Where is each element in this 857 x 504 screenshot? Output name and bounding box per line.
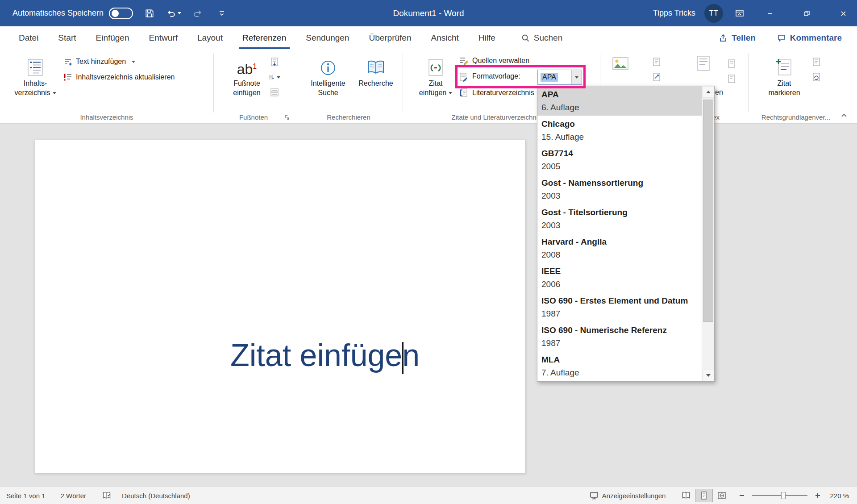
insert-table-of-authorities-button[interactable] bbox=[811, 56, 822, 68]
scroll-up-button[interactable] bbox=[702, 86, 714, 98]
bibliography-style-dropdown-button[interactable] bbox=[571, 70, 582, 84]
cross-reference-button[interactable] bbox=[651, 71, 662, 83]
undo-button[interactable] bbox=[166, 4, 181, 22]
share-button[interactable]: Teilen bbox=[719, 33, 756, 43]
display-settings-button[interactable]: Anzeigeeinstellungen bbox=[590, 491, 666, 500]
style-option-gost-titelsortierung[interactable]: Gost - Titelsortierung 2003 bbox=[537, 204, 702, 233]
redo-button[interactable] bbox=[190, 4, 205, 22]
style-option-gost-namenssortierung[interactable]: Gost - Namenssortierung 2003 bbox=[537, 175, 702, 204]
customize-quick-access-button[interactable] bbox=[214, 4, 229, 22]
scroll-down-button[interactable] bbox=[702, 370, 714, 381]
style-option-gb7714[interactable]: GB7714 2005 bbox=[537, 145, 702, 175]
bibliography-label: Literaturverzeichnis bbox=[472, 89, 534, 97]
undo-icon bbox=[166, 8, 176, 19]
insert-endnote-button[interactable] bbox=[269, 56, 280, 68]
web-layout-button[interactable] bbox=[713, 489, 731, 502]
search-box[interactable]: Suchen bbox=[521, 26, 562, 49]
update-index-button[interactable] bbox=[726, 73, 737, 85]
bibliography-icon bbox=[459, 88, 469, 98]
tab-layout[interactable]: Layout bbox=[187, 26, 233, 49]
word-count-status[interactable]: 2 Wörter bbox=[61, 492, 87, 500]
tab-ueberpruefen[interactable]: Überprüfen bbox=[359, 26, 421, 49]
insert-table-of-figures-button[interactable] bbox=[651, 56, 662, 68]
word-window: Automatisches Speichern Dokument1 - Word… bbox=[0, 0, 857, 504]
style-option-iso690-numerisch[interactable]: ISO 690 - Numerische Referenz 1987 bbox=[537, 322, 702, 351]
style-name: Harvard - Anglia bbox=[541, 235, 702, 249]
style-option-harvard-anglia[interactable]: Harvard - Anglia 2008 bbox=[537, 233, 702, 263]
style-option-ieee[interactable]: IEEE 2006 bbox=[537, 263, 702, 292]
proofing-status-button[interactable] bbox=[102, 491, 111, 500]
scroll-thumb[interactable] bbox=[703, 100, 713, 322]
zoom-in-button[interactable] bbox=[811, 489, 824, 502]
minimize-icon bbox=[766, 10, 774, 17]
document-page[interactable]: Zitat einfügen bbox=[35, 140, 526, 473]
tab-referenzen[interactable]: Referenzen bbox=[233, 26, 296, 49]
insert-endnote-icon bbox=[270, 57, 279, 67]
user-name[interactable]: Tipps Tricks bbox=[653, 8, 695, 18]
collapse-ribbon-button[interactable] bbox=[840, 112, 848, 120]
insert-table-of-authorities-icon bbox=[811, 57, 821, 67]
minimize-button[interactable] bbox=[756, 0, 784, 26]
page-number-status[interactable]: Seite 1 von 1 bbox=[6, 492, 46, 500]
scroll-track[interactable] bbox=[702, 98, 714, 370]
add-text-button[interactable]: Text hinzufügen bbox=[63, 55, 135, 68]
update-toc-button[interactable]: Inhaltsverzeichnis aktualisieren bbox=[63, 71, 175, 83]
avatar[interactable]: TT bbox=[704, 4, 723, 23]
language-status[interactable]: Deutsch (Deutschland) bbox=[122, 492, 190, 500]
ribbon: Inhalts- verzeichnis Text hinzufügen Inh… bbox=[0, 49, 857, 124]
insert-index-button[interactable] bbox=[695, 54, 712, 72]
mark-citation-button[interactable]: Zitat markieren bbox=[764, 53, 804, 97]
insert-citation-button[interactable]: Zitat einfügen bbox=[413, 53, 458, 97]
tab-hilfe[interactable]: Hilfe bbox=[469, 26, 505, 49]
print-layout-button[interactable] bbox=[695, 489, 713, 502]
bibliography-style-value[interactable]: APA bbox=[538, 70, 571, 84]
footnotes-dialog-launcher[interactable] bbox=[283, 113, 291, 121]
zoom-slider-thumb[interactable] bbox=[781, 492, 786, 499]
style-edition: 6. Auflage bbox=[541, 101, 702, 114]
tab-entwurf[interactable]: Entwurf bbox=[139, 26, 187, 49]
bibliography-button[interactable]: Literaturverzeichnis bbox=[459, 87, 544, 99]
show-notes-button[interactable] bbox=[269, 87, 280, 98]
style-name: ISO 690 - Erstes Element und Datum bbox=[541, 294, 702, 308]
next-footnote-button[interactable] bbox=[269, 71, 280, 83]
style-edition: 2006 bbox=[541, 278, 702, 291]
bibliography-style-combobox[interactable]: APA bbox=[537, 70, 582, 85]
tab-datei[interactable]: Datei bbox=[9, 26, 48, 49]
autosave-label: Automatisches Speichern bbox=[12, 8, 104, 18]
style-option-apa[interactable]: APA 6. Auflage bbox=[537, 86, 702, 116]
style-name: ISO 690 - Numerische Referenz bbox=[541, 324, 702, 337]
tab-label: Datei bbox=[19, 33, 38, 43]
update-table-of-authorities-button[interactable] bbox=[811, 71, 822, 83]
tab-sendungen[interactable]: Sendungen bbox=[296, 26, 359, 49]
smart-lookup-button[interactable]: Intelligente Suche bbox=[304, 53, 352, 97]
group-divider bbox=[748, 54, 749, 112]
autosave-toggle[interactable]: Automatisches Speichern bbox=[12, 8, 133, 19]
restore-button[interactable] bbox=[793, 0, 820, 26]
insert-caption-button[interactable] bbox=[611, 54, 630, 74]
tab-start[interactable]: Start bbox=[48, 26, 86, 49]
zoom-level[interactable]: 220 % bbox=[830, 492, 849, 500]
zoom-out-button[interactable] bbox=[735, 489, 749, 502]
zoom-slider[interactable] bbox=[752, 489, 807, 502]
read-mode-button[interactable] bbox=[677, 489, 695, 502]
dropdown-scrollbar[interactable] bbox=[702, 86, 714, 381]
style-option-chicago[interactable]: Chicago 15. Auflage bbox=[537, 116, 702, 145]
mark-entry-button[interactable] bbox=[726, 58, 737, 70]
insert-footnote-button[interactable]: ab1 Fußnote einfügen bbox=[226, 53, 268, 97]
autosave-switch[interactable] bbox=[109, 8, 133, 19]
tab-ansicht[interactable]: Ansicht bbox=[421, 26, 468, 49]
close-button[interactable] bbox=[829, 0, 857, 26]
manage-sources-button[interactable]: Quellen verwalten bbox=[459, 54, 529, 67]
style-edition: 2003 bbox=[541, 219, 702, 232]
ribbon-display-options-button[interactable] bbox=[732, 4, 747, 22]
style-option-iso690-element-datum[interactable]: ISO 690 - Erstes Element und Datum 1987 bbox=[537, 292, 702, 322]
save-button[interactable] bbox=[142, 4, 157, 22]
style-edition: 1987 bbox=[541, 337, 702, 350]
ribbon-display-options-icon bbox=[735, 8, 745, 18]
comments-button[interactable]: Kommentare bbox=[777, 33, 842, 43]
researcher-button[interactable]: Recherche bbox=[354, 53, 398, 88]
tab-einfuegen[interactable]: Einfügen bbox=[86, 26, 139, 49]
table-of-contents-button[interactable]: Inhalts- verzeichnis bbox=[12, 53, 59, 97]
insert-table-of-figures-icon bbox=[652, 57, 661, 67]
style-option-mla[interactable]: MLA 7. Auflage bbox=[537, 351, 702, 381]
